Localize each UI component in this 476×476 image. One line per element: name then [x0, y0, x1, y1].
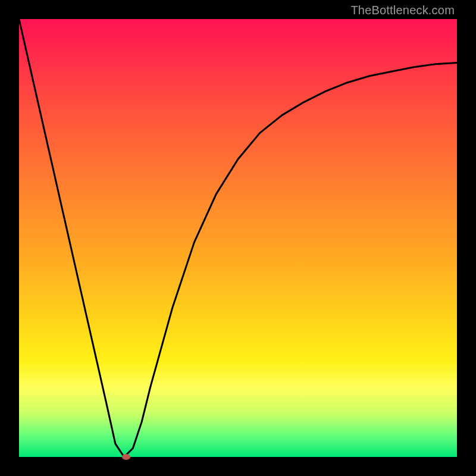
plot-area	[19, 19, 457, 457]
optimal-point-marker	[122, 454, 130, 460]
bottleneck-curve	[19, 19, 457, 457]
watermark-text: TheBottleneck.com	[350, 4, 455, 17]
chart-frame: TheBottleneck.com	[0, 0, 476, 476]
